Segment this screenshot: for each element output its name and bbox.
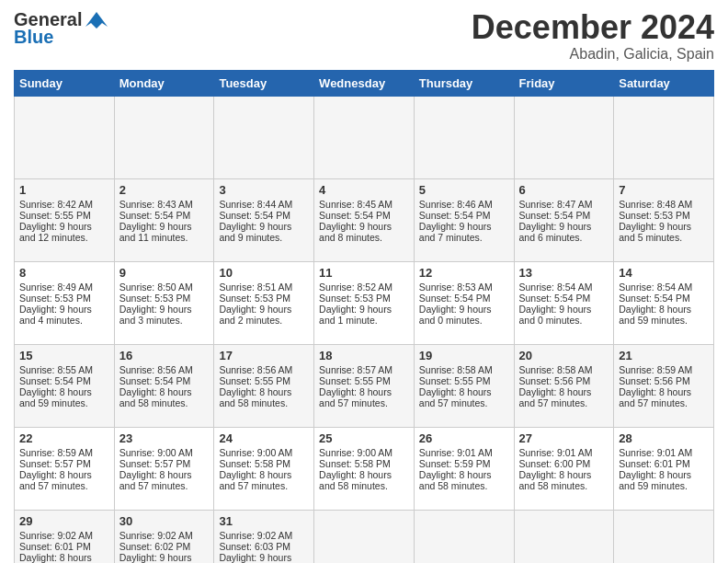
sunrise-time: Sunrise: 9:00 AM bbox=[219, 447, 292, 458]
calendar-cell-0-1 bbox=[114, 96, 214, 178]
sunset-time: Sunset: 5:54 PM bbox=[619, 293, 690, 304]
sunset-time: Sunset: 5:59 PM bbox=[419, 458, 491, 469]
daylight-hours: Daylight: 8 hours and 58 minutes. bbox=[519, 469, 592, 491]
day-number: 10 bbox=[219, 266, 309, 280]
daylight-hours: Daylight: 9 hours and 8 minutes. bbox=[319, 221, 392, 243]
daylight-hours: Daylight: 8 hours and 58 minutes. bbox=[419, 469, 492, 491]
header-friday: Friday bbox=[514, 70, 614, 96]
page-header: General Blue December 2024 Abadin, Galic… bbox=[14, 9, 714, 63]
calendar-cell-0-4 bbox=[414, 96, 514, 178]
sunset-time: Sunset: 5:55 PM bbox=[419, 375, 491, 386]
sunrise-time: Sunrise: 8:51 AM bbox=[219, 282, 292, 293]
daylight-hours: Daylight: 8 hours and 59 minutes. bbox=[19, 386, 92, 408]
daylight-hours: Daylight: 9 hours and 7 minutes. bbox=[419, 221, 492, 243]
daylight-hours: Daylight: 8 hours and 57 minutes. bbox=[419, 386, 492, 408]
calendar-cell-0-5 bbox=[514, 96, 614, 178]
calendar-cell-4-5: 27Sunrise: 9:01 AMSunset: 6:00 PMDayligh… bbox=[514, 427, 614, 510]
sunrise-time: Sunrise: 9:00 AM bbox=[319, 447, 392, 458]
sunrise-time: Sunrise: 9:01 AM bbox=[419, 447, 493, 458]
daylight-hours: Daylight: 8 hours and 59 minutes. bbox=[619, 304, 691, 326]
header-row: Sunday Monday Tuesday Wednesday Thursday… bbox=[15, 70, 714, 96]
daylight-hours: Daylight: 9 hours and 3 minutes. bbox=[119, 304, 192, 326]
sunset-time: Sunset: 5:54 PM bbox=[119, 375, 191, 386]
sunrise-time: Sunrise: 8:46 AM bbox=[419, 199, 493, 210]
sunrise-time: Sunrise: 8:55 AM bbox=[19, 364, 93, 375]
sunset-time: Sunset: 5:54 PM bbox=[519, 293, 591, 304]
location-title: Abadin, Galicia, Spain bbox=[472, 46, 714, 63]
calendar-cell-0-6 bbox=[614, 96, 714, 178]
sunset-time: Sunset: 5:54 PM bbox=[519, 210, 591, 221]
day-number: 5 bbox=[419, 183, 509, 197]
day-number: 8 bbox=[19, 266, 109, 280]
sunrise-time: Sunrise: 9:02 AM bbox=[119, 530, 193, 541]
daylight-hours: Daylight: 9 hours and 4 minutes. bbox=[19, 304, 92, 326]
calendar-cell-3-1: 16Sunrise: 8:56 AMSunset: 5:54 PMDayligh… bbox=[114, 344, 214, 427]
sunrise-time: Sunrise: 8:53 AM bbox=[419, 282, 493, 293]
daylight-hours: Daylight: 9 hours and 0 minutes. bbox=[519, 304, 592, 326]
daylight-hours: Daylight: 8 hours and 58 minutes. bbox=[319, 469, 392, 491]
sunrise-time: Sunrise: 9:01 AM bbox=[519, 447, 593, 458]
calendar-cell-1-4: 5Sunrise: 8:46 AMSunset: 5:54 PMDaylight… bbox=[414, 178, 514, 261]
calendar-cell-2-2: 10Sunrise: 8:51 AMSunset: 5:53 PMDayligh… bbox=[214, 261, 314, 344]
sunset-time: Sunset: 5:54 PM bbox=[219, 210, 290, 221]
sunset-time: Sunset: 5:53 PM bbox=[119, 293, 191, 304]
daylight-hours: Daylight: 8 hours and 57 minutes. bbox=[219, 469, 291, 491]
sunrise-time: Sunrise: 8:56 AM bbox=[219, 364, 292, 375]
calendar-week-0 bbox=[15, 96, 714, 178]
sunrise-time: Sunrise: 8:50 AM bbox=[119, 282, 193, 293]
sunset-time: Sunset: 5:54 PM bbox=[319, 210, 391, 221]
logo-icon bbox=[84, 10, 109, 30]
daylight-hours: Daylight: 9 hours and 9 minutes. bbox=[219, 221, 291, 243]
daylight-hours: Daylight: 9 hours and 12 minutes. bbox=[19, 221, 92, 243]
day-number: 12 bbox=[419, 266, 509, 280]
sunrise-time: Sunrise: 8:47 AM bbox=[519, 199, 593, 210]
daylight-hours: Daylight: 9 hours and 0 minutes. bbox=[119, 552, 192, 563]
sunset-time: Sunset: 5:57 PM bbox=[19, 458, 91, 469]
sunrise-time: Sunrise: 8:54 AM bbox=[619, 282, 692, 293]
day-number: 9 bbox=[119, 266, 210, 280]
month-title: December 2024 bbox=[472, 9, 714, 46]
calendar-cell-4-3: 25Sunrise: 9:00 AMSunset: 5:58 PMDayligh… bbox=[314, 427, 415, 510]
svg-marker-0 bbox=[85, 12, 108, 29]
daylight-hours: Daylight: 8 hours and 58 minutes. bbox=[219, 386, 291, 408]
sunrise-time: Sunrise: 8:44 AM bbox=[219, 199, 292, 210]
sunset-time: Sunset: 6:03 PM bbox=[219, 541, 290, 552]
calendar-cell-5-1: 30Sunrise: 9:02 AMSunset: 6:02 PMDayligh… bbox=[114, 510, 214, 563]
daylight-hours: Daylight: 8 hours and 59 minutes. bbox=[619, 469, 691, 491]
day-number: 2 bbox=[119, 183, 210, 197]
calendar-cell-4-2: 24Sunrise: 9:00 AMSunset: 5:58 PMDayligh… bbox=[214, 427, 314, 510]
day-number: 30 bbox=[119, 514, 210, 528]
sunrise-time: Sunrise: 8:45 AM bbox=[319, 199, 392, 210]
daylight-hours: Daylight: 9 hours and 11 minutes. bbox=[119, 221, 192, 243]
sunrise-time: Sunrise: 8:54 AM bbox=[519, 282, 593, 293]
sunset-time: Sunset: 5:53 PM bbox=[619, 210, 690, 221]
header-wednesday: Wednesday bbox=[314, 70, 415, 96]
sunset-time: Sunset: 6:01 PM bbox=[19, 541, 91, 552]
sunrise-time: Sunrise: 8:52 AM bbox=[319, 282, 392, 293]
sunrise-time: Sunrise: 8:59 AM bbox=[619, 364, 692, 375]
day-number: 4 bbox=[319, 183, 409, 197]
calendar-week-1: 1Sunrise: 8:42 AMSunset: 5:55 PMDaylight… bbox=[15, 178, 714, 261]
sunrise-time: Sunrise: 8:43 AM bbox=[119, 199, 193, 210]
daylight-hours: Daylight: 8 hours and 57 minutes. bbox=[19, 469, 92, 491]
sunset-time: Sunset: 6:00 PM bbox=[519, 458, 591, 469]
sunset-time: Sunset: 5:53 PM bbox=[319, 293, 391, 304]
daylight-hours: Daylight: 8 hours and 59 minutes. bbox=[19, 552, 92, 563]
day-number: 21 bbox=[619, 349, 709, 362]
calendar-week-4: 22Sunrise: 8:59 AMSunset: 5:57 PMDayligh… bbox=[15, 427, 714, 510]
calendar-cell-4-1: 23Sunrise: 9:00 AMSunset: 5:57 PMDayligh… bbox=[114, 427, 214, 510]
header-sunday: Sunday bbox=[15, 70, 115, 96]
calendar-cell-0-0 bbox=[15, 96, 115, 178]
logo: General Blue bbox=[14, 9, 109, 48]
header-monday: Monday bbox=[114, 70, 214, 96]
sunset-time: Sunset: 5:57 PM bbox=[119, 458, 191, 469]
sunrise-time: Sunrise: 8:59 AM bbox=[19, 447, 93, 458]
calendar-cell-1-6: 7Sunrise: 8:48 AMSunset: 5:53 PMDaylight… bbox=[614, 178, 714, 261]
daylight-hours: Daylight: 9 hours and 5 minutes. bbox=[619, 221, 691, 243]
calendar-cell-5-2: 31Sunrise: 9:02 AMSunset: 6:03 PMDayligh… bbox=[214, 510, 314, 563]
day-number: 19 bbox=[419, 349, 509, 362]
sunset-time: Sunset: 5:53 PM bbox=[19, 293, 91, 304]
sunrise-time: Sunrise: 8:58 AM bbox=[519, 364, 593, 375]
calendar-cell-3-2: 17Sunrise: 8:56 AMSunset: 5:55 PMDayligh… bbox=[214, 344, 314, 427]
calendar-cell-5-0: 29Sunrise: 9:02 AMSunset: 6:01 PMDayligh… bbox=[15, 510, 115, 563]
